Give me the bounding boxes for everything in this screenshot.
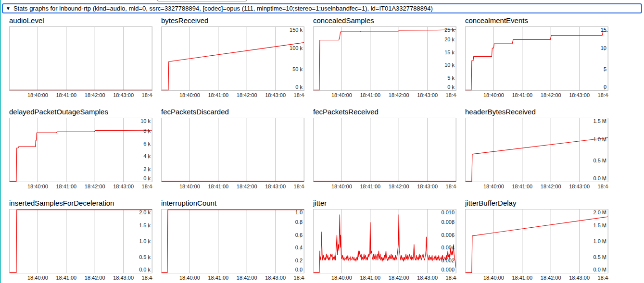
x-axis-label: 18:43:00	[417, 184, 438, 189]
x-axis-label: 18:42:00	[237, 184, 257, 189]
x-axis-label: 18:40:00	[331, 275, 352, 281]
chart-container: bytesReceived 150 k100 k50 k0 k 18:40:00…	[161, 16, 304, 99]
x-axis-label: 18:41:00	[360, 92, 380, 98]
y-axis-label: 0.0 M	[593, 267, 606, 272]
chart-container: fecPacketsReceived 18:40:0018:41:0018:42…	[313, 107, 456, 190]
x-axis-labels: 18:40:0018:41:0018:42:0018:43:0018:44:00	[313, 92, 456, 99]
chart-canvas	[10, 27, 152, 90]
collapse-triangle-icon: ▼	[6, 6, 11, 11]
charts-grid: audioLevel 18:40:0018:41:0018:42:0018:43…	[9, 16, 608, 282]
y-axis-label: 0.2	[295, 258, 303, 263]
x-axis-label: 18:42:00	[541, 275, 561, 281]
chart-title: audioLevel	[9, 16, 152, 25]
y-axis-label: 150 k	[290, 27, 303, 33]
x-axis-label: 18:43:00	[265, 92, 286, 98]
x-axis-label: 18:43:00	[113, 275, 134, 281]
y-axis-label: 0.5 M	[593, 158, 606, 163]
y-axis-label: 0.0 k	[139, 267, 151, 272]
y-axis-label: 0.008	[441, 219, 455, 225]
chart-canvas	[162, 118, 304, 182]
chart-title: bytesReceived	[161, 16, 304, 25]
x-axis-label: 18:43:00	[417, 275, 438, 281]
cropped-dropdown-fragment	[157, 0, 247, 1]
chart-container: fecPacketsDiscarded 18:40:0018:41:0018:4…	[161, 107, 304, 190]
chart-container: delayedPacketOutageSamples 10 k8 k6 k4 k…	[9, 107, 152, 190]
stats-graphs-header[interactable]: ▼ Stats graphs for inbound-rtp (kind=aud…	[2, 3, 642, 13]
x-axis-labels: 18:40:0018:41:0018:42:0018:43:0018:44:00	[161, 92, 304, 99]
x-axis-labels: 18:40:0018:41:0018:42:0018:43:0018:44:00	[161, 183, 304, 190]
y-axis-label: 0.0 M	[593, 175, 606, 181]
x-axis-label: 18:40:00	[27, 92, 48, 98]
x-axis-label: 18:41:00	[56, 275, 76, 281]
chart-container: concealedSamples 25 k20 k15 k10 k5 k0 k …	[313, 16, 456, 99]
chart-container: concealmentEvents 151050 18:40:0018:41:0…	[465, 16, 608, 99]
chart-canvas	[466, 118, 608, 182]
chart-container: audioLevel 18:40:0018:41:0018:42:0018:43…	[9, 16, 152, 99]
x-axis-labels: 18:40:0018:41:0018:42:0018:43:0018:44:00	[313, 274, 456, 282]
chart-title: concealmentEvents	[465, 16, 608, 25]
y-axis-label: 0.000	[441, 267, 455, 272]
x-axis-labels: 18:40:0018:41:0018:42:0018:43:0018:44:00	[465, 92, 608, 99]
x-axis-label: 18:41:00	[208, 275, 228, 281]
x-axis-label: 18:42:00	[389, 92, 409, 98]
chart-plot: 150 k100 k50 k0 k	[161, 26, 304, 91]
x-axis-labels: 18:40:0018:41:0018:42:0018:43:0018:44:00	[9, 274, 152, 282]
y-axis-label: 1.0	[295, 209, 303, 215]
y-axis-label: 2.0 M	[593, 209, 606, 215]
chart-plot: 151050	[465, 26, 608, 91]
chart-container: jitterBufferDelay 2.0 M1.5 M1.0 M0.5 M0.…	[465, 198, 608, 282]
y-axis-label: 0.0	[295, 267, 303, 272]
x-axis-label: 18:40:00	[331, 92, 352, 98]
chart-plot: 1.5 M1.0 M0.5 M0.0 M	[465, 118, 608, 182]
chart-plot	[161, 118, 304, 182]
x-axis-label: 18:40:00	[483, 275, 504, 281]
x-axis-labels: 18:40:0018:41:0018:42:0018:43:0018:44:00	[161, 274, 304, 282]
chart-plot: 25 k20 k15 k10 k5 k0 k	[313, 26, 456, 91]
chart-canvas	[466, 27, 608, 90]
x-axis-label: 18:41:00	[512, 275, 532, 281]
y-axis-label: 4 k	[143, 153, 151, 159]
x-axis-label: 18:41:00	[208, 92, 228, 98]
chart-plot: 2.0 k1.5 k1.0 k0.5 k0.0 k	[9, 209, 152, 273]
y-axis-label: 25 k	[444, 27, 455, 33]
x-axis-label: 18:40:00	[179, 184, 200, 189]
y-axis-label: 1.5 k	[139, 222, 151, 228]
y-axis-label: 100 k	[290, 45, 303, 51]
y-axis-label: 5	[604, 66, 606, 72]
y-axis-label: 0.8	[295, 219, 303, 225]
x-axis-label: 18:41:00	[360, 275, 380, 281]
x-axis-label: 18:41:00	[56, 184, 76, 189]
chart-title: jitterBufferDelay	[465, 198, 608, 208]
x-axis-label: 18:42:00	[237, 92, 257, 98]
x-axis-label: 18:44:00	[598, 92, 608, 98]
x-axis-labels: 18:40:0018:41:0018:42:0018:43:0018:44:00	[313, 183, 456, 190]
chart-plot: 2.0 M1.5 M1.0 M0.5 M0.0 M	[465, 209, 608, 273]
x-axis-label: 18:43:00	[113, 92, 134, 98]
x-axis-label: 18:40:00	[27, 184, 48, 189]
chart-canvas	[10, 118, 152, 182]
chart-title: headerBytesReceived	[465, 107, 608, 116]
chart-plot	[9, 26, 152, 91]
x-axis-label: 18:41:00	[512, 184, 532, 189]
x-axis-label: 18:42:00	[541, 184, 561, 189]
x-axis-label: 18:40:00	[331, 184, 352, 189]
y-axis-label: 0.010	[441, 209, 455, 215]
chart-plot: 10 k8 k6 k4 k2 k0 k	[9, 118, 152, 182]
chart-title: delayedPacketOutageSamples	[9, 107, 152, 116]
x-axis-label: 18:41:00	[512, 92, 532, 98]
x-axis-label: 18:41:00	[56, 92, 76, 98]
x-axis-label: 18:44:00	[446, 184, 456, 189]
y-axis-label: 1.5 M	[593, 222, 606, 228]
y-axis-label: 0.5 M	[593, 254, 606, 260]
x-axis-label: 18:43:00	[113, 184, 134, 189]
chart-title: fecPacketsReceived	[313, 107, 456, 116]
y-axis-label: 10 k	[444, 62, 455, 68]
chart-plot: 1.00.80.60.40.20.0	[161, 209, 304, 273]
x-axis-label: 18:40:00	[179, 92, 200, 98]
chart-title: insertedSamplesForDeceleration	[9, 198, 152, 208]
chart-container: headerBytesReceived 1.5 M1.0 M0.5 M0.0 M…	[465, 107, 608, 190]
chart-title: interruptionCount	[161, 198, 304, 208]
x-axis-labels: 18:40:0018:41:0018:42:0018:43:0018:44:00	[9, 183, 152, 190]
x-axis-label: 18:42:00	[389, 275, 409, 281]
x-axis-label: 18:42:00	[85, 184, 105, 189]
